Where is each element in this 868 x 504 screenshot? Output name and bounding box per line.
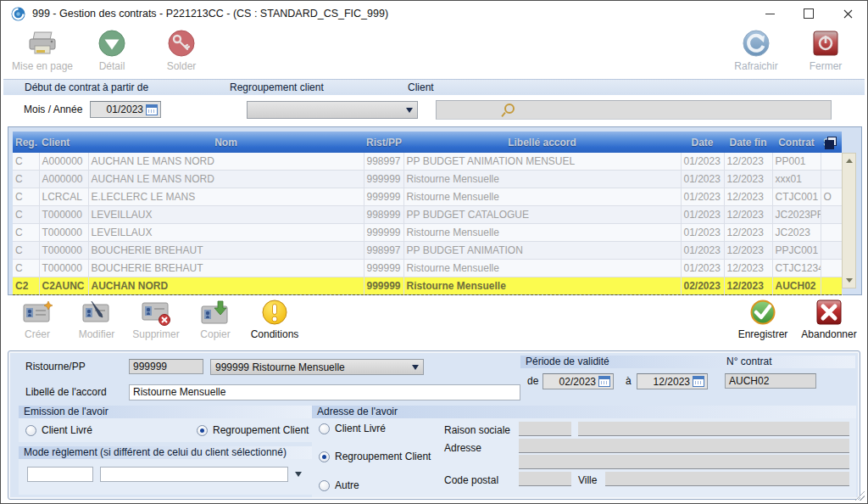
- adresse-label: Adresse: [444, 442, 481, 454]
- code-postal-input[interactable]: [519, 472, 571, 486]
- table-cell: C: [13, 171, 39, 188]
- radio-icon: [197, 425, 208, 436]
- radio-adresse-autre[interactable]: Autre: [319, 479, 359, 491]
- mode-code-input[interactable]: [27, 467, 93, 482]
- a-label: à: [626, 375, 632, 387]
- col-datefin[interactable]: Date fin: [724, 132, 772, 153]
- month-year-value: 01/2023: [107, 104, 143, 115]
- modifier-button[interactable]: Modifier: [67, 300, 126, 340]
- col-nom[interactable]: Nom: [88, 132, 364, 153]
- scroll-down-button[interactable]: [843, 274, 855, 287]
- table-row[interactable]: CT000000LEVEILLAUX999999Ristourne Mensue…: [13, 224, 842, 242]
- table-cell: C2: [13, 277, 39, 295]
- table-cell: C: [13, 206, 39, 224]
- enregistrer-button[interactable]: Enregistrer: [730, 300, 796, 340]
- chevron-down-icon[interactable]: [295, 472, 302, 477]
- search-icon: [504, 104, 515, 114]
- radio-adresse-regroupement[interactable]: Regroupement Client: [319, 451, 431, 462]
- solder-button[interactable]: Solder: [147, 30, 216, 72]
- radio-emission-client-livre[interactable]: Client Livré: [25, 424, 92, 436]
- grid-copy-icon[interactable]: [827, 137, 837, 146]
- table-cell: 12/2023: [724, 224, 772, 242]
- table-scrollbar[interactable]: [842, 153, 856, 288]
- table-cell: [821, 171, 842, 188]
- app-icon: [11, 7, 25, 21]
- raison-code-input[interactable]: [519, 422, 571, 436]
- libelle-input[interactable]: Ristourne Mensuelle: [129, 384, 520, 400]
- calendar-icon[interactable]: [146, 104, 158, 115]
- table-row[interactable]: CT000000BOUCHERIE BREHAUT999999Ristourne…: [13, 260, 842, 277]
- col-client[interactable]: Client: [39, 132, 88, 153]
- group-client-dropdown[interactable]: [247, 101, 418, 119]
- calendar-icon[interactable]: [598, 376, 610, 387]
- mode-dropdown[interactable]: [100, 467, 288, 482]
- printer-icon: [25, 30, 59, 59]
- radio-label: Client Livré: [335, 423, 386, 434]
- copier-button[interactable]: Copier: [186, 300, 245, 340]
- radio-emission-regroupement[interactable]: Regroupement Client: [197, 424, 309, 436]
- table-cell: C: [13, 260, 39, 277]
- raison-sociale-input[interactable]: [578, 422, 849, 436]
- table-row[interactable]: CA000000AUCHAN LE MANS NORD998997PP BUDG…: [13, 153, 842, 171]
- table-cell: [821, 224, 842, 242]
- table-cell: 999999: [364, 171, 403, 188]
- table-cell: CTJC1234: [772, 260, 821, 277]
- month-year-input[interactable]: 01/2023: [90, 101, 161, 118]
- client-search-input[interactable]: [436, 100, 832, 120]
- periode-de-input[interactable]: 02/2023: [542, 373, 614, 389]
- table-header-row: Reg. Client Nom Rist/PP Libellé accord D…: [13, 132, 842, 153]
- adresse-avoir-title: Adresse de l'avoir: [317, 406, 398, 417]
- supprimer-label: Supprimer: [132, 328, 179, 340]
- table-cell: C: [13, 153, 39, 171]
- radio-label: Regroupement Client: [213, 424, 309, 436]
- rafraichir-button[interactable]: Rafraichir: [721, 30, 791, 72]
- table-cell: Ristourne Mensuelle: [403, 277, 681, 295]
- table-row[interactable]: C2C2AUNCAUCHAN NORD999999Ristourne Mensu…: [13, 277, 842, 295]
- col-date[interactable]: Date: [681, 132, 724, 153]
- col-reg[interactable]: Reg.: [13, 132, 39, 153]
- conditions-button[interactable]: Conditions: [245, 300, 304, 340]
- adresse1-input[interactable]: [519, 439, 849, 453]
- card-copy-icon: [198, 300, 232, 327]
- ville-label: Ville: [578, 474, 597, 486]
- action-toolbar: Créer Modifier Supprimer Copier Conditio…: [1, 295, 867, 350]
- table-row[interactable]: CA000000AUCHAN LE MANS NORD999999Ristour…: [13, 171, 842, 188]
- adresse-avoir-band: Adresse de l'avoir: [312, 406, 856, 418]
- minimize-button[interactable]: [750, 1, 789, 26]
- mise-en-page-label: Mise en page: [12, 60, 73, 72]
- supprimer-button[interactable]: Supprimer: [126, 300, 186, 340]
- adresse2-input[interactable]: [519, 455, 849, 469]
- periode-a-input[interactable]: 12/2023: [637, 373, 708, 389]
- table-cell: O: [821, 188, 842, 206]
- col-ristpp[interactable]: Rist/PP: [364, 132, 403, 153]
- table-cell: A000000: [39, 171, 88, 188]
- calendar-icon[interactable]: [693, 376, 704, 387]
- radio-adresse-client-livre[interactable]: Client Livré: [319, 423, 386, 434]
- table-row[interactable]: CT000000BOUCHERIE BREHAUT998997PP BUDGET…: [13, 242, 842, 260]
- ristourne-code-input[interactable]: 999999: [129, 359, 203, 374]
- creer-button[interactable]: Créer: [8, 300, 67, 340]
- mise-en-page-button[interactable]: Mise en page: [8, 30, 77, 72]
- title-bar: 999 - Gestion des contrats - P221213CC -…: [1, 1, 867, 26]
- col-libelle[interactable]: Libellé accord: [403, 132, 681, 153]
- col-contrat[interactable]: Contrat: [772, 132, 821, 153]
- fermer-button[interactable]: Fermer: [791, 30, 860, 72]
- de-label: de: [527, 375, 538, 387]
- close-button[interactable]: [828, 1, 867, 26]
- table-cell: 01/2023: [681, 224, 724, 242]
- ristourne-dropdown[interactable]: 999999 Ristourne Mensuelle: [210, 359, 424, 375]
- abandonner-button[interactable]: Abandonner: [796, 300, 862, 340]
- client-section-label: Client: [408, 81, 434, 93]
- ville-input[interactable]: [605, 472, 849, 486]
- contrat-input[interactable]: AUCH02: [725, 373, 816, 389]
- table-row[interactable]: CT000000LEVEILLAUX998999PP BUDGET CATALO…: [13, 206, 842, 224]
- maximize-button[interactable]: [789, 1, 828, 26]
- table-row[interactable]: CLCRCALE.LECLERC LE MANS999999Ristourne …: [13, 188, 842, 206]
- ristourne-code-value: 999999: [133, 361, 167, 372]
- detail-button[interactable]: Détail: [77, 30, 147, 72]
- table-cell: LEVEILLAUX: [88, 206, 364, 224]
- scroll-up-button[interactable]: [843, 154, 855, 167]
- table-cell: 01/2023: [681, 242, 724, 260]
- table-cell: Ristourne Mensuelle: [403, 171, 681, 188]
- start-date-section-label: Début de contrat à partir de: [25, 81, 148, 93]
